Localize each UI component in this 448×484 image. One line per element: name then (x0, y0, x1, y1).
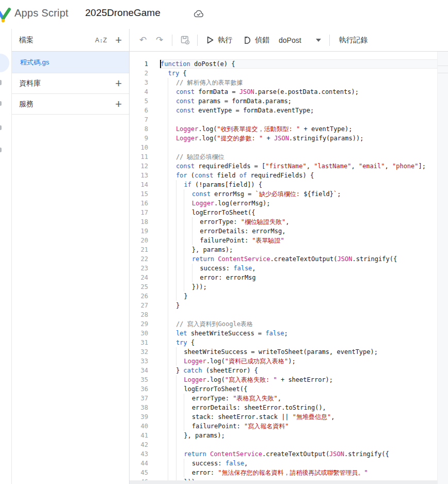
line-number[interactable]: 13 (130, 171, 148, 180)
debug-button[interactable]: 偵錯 (237, 33, 275, 48)
line-number[interactable]: 29 (130, 319, 148, 329)
code-line[interactable]: const formData = JSON.parse(e.postData.c… (161, 87, 448, 96)
code-line[interactable]: logErrorToSheet({ (161, 384, 448, 394)
line-number[interactable]: 25 (130, 282, 148, 292)
code-line[interactable]: }, params); (161, 245, 448, 254)
code-line[interactable]: error: "無法保存您的報名資料，請稍後再試或聯繫管理員。" (161, 468, 448, 477)
code-line[interactable]: const errorMsg = `缺少必填欄位: ${field}`; (161, 189, 448, 199)
code-line[interactable] (161, 440, 448, 449)
code-line[interactable]: try { (161, 69, 448, 78)
code-line[interactable]: }, params); (161, 431, 448, 440)
run-button[interactable]: 執行 (202, 33, 237, 48)
code-line[interactable]: return ContentService.createTextOutput(J… (161, 254, 448, 264)
line-number[interactable]: 12 (130, 162, 148, 171)
sort-az-icon[interactable]: A↕Z (95, 37, 107, 44)
code-editor[interactable]: 1234567891011121314151617181920212223242… (130, 52, 448, 484)
line-number[interactable]: 17 (130, 208, 148, 217)
code-line[interactable]: try { (161, 338, 448, 347)
code-line[interactable]: return ContentService.createTextOutput(J… (161, 449, 448, 459)
code-line[interactable]: // 驗證必填欄位 (161, 152, 448, 162)
code-line[interactable]: let sheetWriteSuccess = false; (161, 329, 448, 338)
line-number[interactable]: 1 (130, 59, 148, 69)
line-number[interactable]: 7 (130, 115, 148, 124)
line-number[interactable]: 28 (130, 310, 148, 319)
editor-nav-icon[interactable] (0, 54, 9, 72)
line-number[interactable]: 35 (130, 375, 148, 384)
code-line[interactable]: success: false, (161, 264, 448, 273)
line-number[interactable]: 14 (130, 180, 148, 189)
code-line[interactable]: const eventType = formData.eventType; (161, 106, 448, 115)
line-number[interactable]: 10 (130, 143, 148, 152)
line-number[interactable]: 2 (130, 69, 148, 78)
line-number[interactable]: 23 (130, 264, 148, 273)
line-number[interactable]: 36 (130, 384, 148, 394)
code-line[interactable]: for (const field of requiredFields) { (161, 171, 448, 180)
line-number[interactable]: 21 (130, 245, 148, 254)
code-line[interactable]: const requiredFields = ["firstName", "la… (161, 162, 448, 171)
line-number[interactable]: 30 (130, 329, 148, 338)
code-line[interactable]: Logger.log("寫入表格失敗: " + sheetError); (161, 375, 448, 384)
line-number[interactable]: 40 (130, 422, 148, 431)
line-number[interactable]: 8 (130, 124, 148, 134)
line-number[interactable]: 44 (130, 459, 148, 468)
execution-log-button[interactable]: 執行記錄 (334, 33, 373, 48)
line-number[interactable]: 32 (130, 347, 148, 357)
code-line[interactable]: if (!params[field]) { (161, 180, 448, 189)
code-line[interactable]: errorType: "欄位驗證失敗", (161, 217, 448, 227)
horizontal-scrollbar[interactable] (130, 480, 438, 484)
line-number[interactable]: 16 (130, 199, 148, 208)
line-number[interactable]: 45 (130, 468, 148, 477)
code-line[interactable]: errorType: "表格寫入失敗", (161, 394, 448, 403)
line-number[interactable]: 27 (130, 301, 148, 310)
line-number[interactable]: 38 (130, 403, 148, 412)
code-line[interactable]: stack: sheetError.stack || "無堆疊信息", (161, 412, 448, 422)
line-number[interactable]: 34 (130, 366, 148, 375)
line-number[interactable]: 37 (130, 394, 148, 403)
code-line[interactable] (161, 310, 448, 319)
line-number[interactable]: 43 (130, 449, 148, 459)
line-number[interactable]: 31 (130, 338, 148, 347)
add-file-button[interactable]: + (115, 35, 122, 45)
gutter[interactable]: 1234567891011121314151617181920212223242… (130, 52, 155, 484)
line-number[interactable]: 22 (130, 254, 148, 264)
code-line[interactable]: })); (161, 282, 448, 292)
line-number[interactable]: 15 (130, 189, 148, 199)
code-line[interactable]: // 解析傳入的表單數據 (161, 78, 448, 87)
project-title[interactable]: 2025DroneGame (85, 7, 161, 19)
line-number[interactable]: 11 (130, 152, 148, 162)
function-selector[interactable]: doPost (275, 33, 325, 47)
undo-button[interactable]: ↶ (135, 32, 151, 49)
code-line[interactable]: } (161, 301, 448, 310)
code-line[interactable] (161, 115, 448, 124)
code-line[interactable]: function doPost(e) { (161, 59, 448, 69)
code-line[interactable]: } (161, 292, 448, 301)
code-line[interactable]: Logger.log("提交的參數: " + JSON.stringify(pa… (161, 134, 448, 143)
code-line[interactable]: Logger.log(errorMsg); (161, 199, 448, 208)
add-service-button[interactable]: + (115, 99, 122, 109)
code-line[interactable] (161, 143, 448, 152)
code-line[interactable]: failurePoint: "寫入報名資料" (161, 422, 448, 431)
code-lines[interactable]: function doPost(e) {try {// 解析傳入的表單數據con… (155, 52, 448, 484)
line-number[interactable]: 26 (130, 292, 148, 301)
code-line[interactable]: failurePoint: "表單驗證" (161, 236, 448, 245)
code-line[interactable]: Logger.log("資料已成功寫入表格"); (161, 357, 448, 366)
line-number[interactable]: 4 (130, 87, 148, 96)
line-number[interactable]: 3 (130, 78, 148, 87)
file-item-code-gs[interactable]: 程式碼.gs (12, 52, 129, 73)
code-line[interactable]: error: errorMsg (161, 273, 448, 282)
code-line[interactable]: logErrorToSheet({ (161, 208, 448, 217)
line-number[interactable]: 6 (130, 106, 148, 115)
code-line[interactable]: const params = formData.params; (161, 96, 448, 106)
code-line[interactable]: // 寫入資料到Google表格 (161, 319, 448, 329)
code-line[interactable]: errorDetails: errorMsg, (161, 227, 448, 236)
line-number[interactable]: 5 (130, 96, 148, 106)
section-libraries[interactable]: 資料庫 + (12, 73, 129, 94)
line-number[interactable]: 24 (130, 273, 148, 282)
code-line[interactable]: errorDetails: sheetError.toString(), (161, 403, 448, 412)
minimap-scrollbar[interactable] (437, 52, 448, 484)
line-number[interactable]: 9 (130, 134, 148, 143)
save-project-button[interactable] (177, 32, 193, 49)
redo-button[interactable]: ↷ (151, 32, 168, 49)
line-number[interactable]: 20 (130, 236, 148, 245)
line-number[interactable]: 33 (130, 357, 148, 366)
